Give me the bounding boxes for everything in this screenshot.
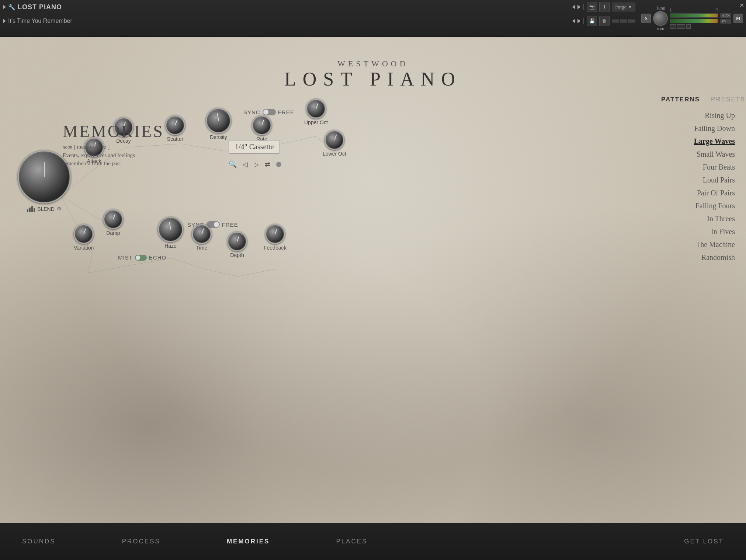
tab-presets[interactable]: PRESETS — [711, 96, 745, 103]
lower-free-label: FREE — [222, 222, 238, 228]
plugin-name: LOST PIANO — [284, 69, 462, 90]
blend-knob-wrapper — [18, 151, 70, 203]
solo-button[interactable]: S — [641, 14, 651, 23]
delete-button[interactable]: 🗑 — [599, 16, 610, 26]
depth-knob-wrapper — [228, 232, 246, 251]
meter-l-label: L — [670, 8, 672, 12]
separator — [583, 4, 584, 10]
pattern-randomish[interactable]: Randomish — [661, 253, 735, 262]
damp-knob[interactable] — [104, 210, 122, 229]
panel-tabs: PATTERNS PRESETS — [661, 96, 735, 103]
pattern-rising-up[interactable]: Rising Up — [661, 111, 735, 121]
depth-knob-container: Depth — [228, 232, 246, 258]
upper-oct-knob-wrapper — [307, 100, 325, 118]
mist-echo-toggle[interactable] — [135, 255, 147, 261]
time-knob[interactable] — [192, 225, 211, 243]
pattern-falling-down[interactable]: Falling Down — [661, 124, 735, 133]
bottom-nav: SOUNDS PROCESS MEMORIES PLACES GET LOST — [0, 523, 746, 560]
memories-def-line2: remembered from the past — [63, 160, 121, 166]
cassette-display: 1/4" Cassette — [229, 140, 280, 154]
save-button[interactable]: 💾 — [587, 16, 597, 26]
rate-knob[interactable] — [253, 116, 271, 135]
prev-icon[interactable]: ◁ — [243, 160, 248, 168]
lower-oct-knob[interactable] — [325, 131, 344, 149]
nav-places[interactable]: PLACES — [336, 538, 367, 545]
svg-line-10 — [89, 254, 92, 273]
meter-control-3[interactable] — [686, 24, 691, 29]
instrument-title-section: WESTWOOD LOST PIANO — [284, 59, 462, 90]
lower-oct-knob-container: Lower Oct — [323, 131, 346, 157]
info-button[interactable]: ℹ — [599, 2, 610, 12]
memories-noun: noun — [63, 144, 72, 150]
search-icon[interactable]: 🔍 — [229, 160, 237, 168]
pattern-loud-pairs[interactable]: Loud Pairs — [661, 175, 735, 185]
pattern-falling-fours[interactable]: Falling Fours — [661, 201, 735, 211]
damp-label: Damp — [106, 230, 120, 236]
mute-button[interactable]: M — [733, 14, 743, 23]
blend-bar-1 — [27, 209, 28, 212]
close-button[interactable]: ✕ — [739, 2, 744, 9]
blend-settings-icon[interactable]: ⚙ — [57, 206, 62, 212]
next-instrument-arrow[interactable] — [577, 5, 580, 9]
instrument-expand-arrow[interactable] — [3, 5, 6, 9]
camera-button[interactable]: 📷 — [587, 2, 597, 12]
play-icon[interactable]: ▷ — [254, 160, 259, 168]
pattern-four-beats[interactable]: Four Beats — [661, 162, 735, 172]
lower-oct-knob-wrapper — [325, 131, 344, 149]
pattern-the-machine[interactable]: The Machine — [661, 240, 735, 250]
pattern-in-threes[interactable]: In Threes — [661, 214, 735, 224]
upper-free-label: FREE — [278, 109, 294, 115]
tune-label: Tune — [656, 6, 665, 10]
next-preset-arrow[interactable] — [577, 19, 580, 23]
prev-instrument-arrow[interactable] — [572, 5, 575, 9]
blend-knob[interactable] — [18, 151, 70, 203]
nav-memories[interactable]: MEMORIES — [227, 538, 270, 545]
tune-section: Tune 0.00 — [653, 6, 668, 31]
instrument-name: LOST PIANO — [18, 3, 62, 11]
feedback-knob-ring — [265, 224, 285, 244]
feedback-knob-container: Feedback — [264, 225, 286, 251]
right-meter — [670, 19, 718, 23]
nav-process[interactable]: PROCESS — [122, 538, 160, 545]
feedback-knob[interactable] — [266, 225, 284, 243]
memories-section: MEMORIES noun [ mem-uh-reez ] Events, ex… — [63, 122, 247, 168]
svg-line-12 — [171, 258, 205, 269]
time-knob-ring — [192, 224, 212, 244]
damp-knob-wrapper — [104, 210, 122, 229]
preset-expand-arrow[interactable] — [3, 19, 6, 23]
tab-patterns[interactable]: PATTERNS — [661, 96, 700, 103]
cassette-label: 1/4" Cassette — [235, 143, 274, 151]
upper-oct-knob[interactable] — [307, 100, 325, 118]
purge-button[interactable]: Purge ▼ — [612, 3, 635, 11]
rate-knob-wrapper — [253, 116, 271, 135]
pattern-small-waves[interactable]: Small Waves — [661, 149, 735, 159]
depth-knob[interactable] — [228, 232, 246, 251]
meter-control-2[interactable] — [677, 24, 685, 29]
nav-sounds[interactable]: SOUNDS — [22, 538, 56, 545]
pattern-large-waves[interactable]: Large Waves — [661, 136, 735, 146]
pattern-in-fives[interactable]: In Fives — [661, 227, 735, 237]
tune-value: 0.00 — [657, 27, 664, 31]
meter-r-label: R — [715, 8, 718, 12]
tune-knob[interactable] — [653, 11, 668, 26]
loop-button[interactable] — [276, 162, 281, 167]
upper-sync-free: SYNC FREE — [243, 109, 294, 115]
pattern-list: Rising Up Falling Down Large Waves Small… — [661, 111, 735, 262]
upper-oct-knob-container: Upper Oct — [304, 100, 328, 125]
blend-bar-4 — [34, 208, 35, 212]
prev-preset-arrow[interactable] — [572, 19, 575, 23]
upper-sync-toggle[interactable] — [263, 109, 276, 115]
get-lost-button[interactable]: GET LOST — [684, 538, 724, 545]
blend-bar-3 — [31, 206, 33, 212]
mist-label: MIST — [118, 254, 133, 261]
haze-knob[interactable] — [159, 218, 183, 241]
pattern-pair-of-pairs[interactable]: Pair Of Pairs — [661, 188, 735, 198]
separator2 — [583, 18, 584, 24]
upper-oct-label: Upper Oct — [304, 119, 328, 125]
variation-knob-wrapper — [74, 225, 93, 243]
blend-label: BLEND — [37, 206, 55, 212]
feedback-knob-wrapper — [266, 225, 284, 243]
shuffle-icon[interactable]: ⇄ — [265, 160, 270, 168]
meter-control-1[interactable] — [670, 24, 676, 29]
variation-knob[interactable] — [74, 225, 93, 243]
